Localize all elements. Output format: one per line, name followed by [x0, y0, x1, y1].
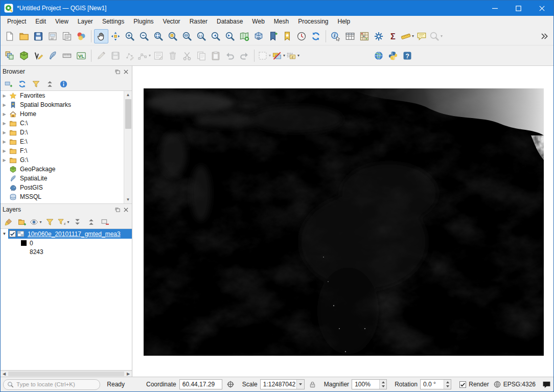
scroll-up-icon[interactable]: ▲: [124, 91, 132, 99]
magnifier-spinbox[interactable]: 100%: [352, 379, 387, 389]
menu-raster[interactable]: Raster: [185, 16, 212, 27]
browser-item-geopackage[interactable]: GeoPackage: [1, 165, 132, 174]
dropdown-caret[interactable]: ▾: [149, 53, 151, 58]
toolbar-overflow-button[interactable]: [537, 29, 551, 43]
new-project-button[interactable]: [3, 29, 17, 43]
save-project-button[interactable]: [31, 29, 45, 43]
scroll-right-icon[interactable]: ▶: [125, 371, 132, 377]
measure-line-button[interactable]: ▾: [400, 29, 414, 43]
pan-map-to-selection-button[interactable]: [108, 29, 123, 43]
browser-close-button[interactable]: [122, 67, 130, 76]
browser-item-g[interactable]: ▶G:\: [1, 155, 132, 165]
menu-help[interactable]: Help: [333, 16, 355, 27]
layer-row[interactable]: ▼10n060e_20101117_gmted_mea3: [1, 229, 132, 239]
browser-item-spatialite[interactable]: SpatiaLite: [1, 174, 132, 183]
extents-toggle-icon[interactable]: [226, 380, 235, 388]
browser-item-e[interactable]: ▶E:\: [1, 137, 132, 146]
messages-icon[interactable]: [542, 380, 551, 389]
new-virtual-layer-button[interactable]: VL: [74, 49, 88, 63]
browser-item-home[interactable]: ▶Home: [1, 109, 132, 119]
new-shapefile-layer-button[interactable]: [31, 49, 45, 63]
browser-scrollbar[interactable]: ▲ ▼: [124, 91, 132, 203]
hscroll-thumb[interactable]: [8, 372, 124, 376]
zoom-to-selection-button[interactable]: [166, 29, 180, 43]
browser-item-c[interactable]: ▶C:\: [1, 119, 132, 128]
menu-project[interactable]: Project: [3, 16, 31, 27]
open-layer-styling-button[interactable]: [2, 216, 14, 227]
python-console-button[interactable]: [386, 49, 400, 63]
refresh-browser-button[interactable]: [16, 78, 28, 89]
style-manager-button[interactable]: [74, 29, 88, 43]
menu-processing[interactable]: Processing: [293, 16, 333, 27]
dropdown-caret[interactable]: ▾: [67, 220, 69, 224]
open-data-source-manager-button[interactable]: [3, 49, 17, 63]
new-geopackage-layer-button[interactable]: [17, 49, 31, 63]
browser-item-postgis[interactable]: PostGIS: [1, 183, 132, 192]
collapse-all-browser-button[interactable]: [43, 78, 56, 89]
map-canvas[interactable]: [132, 66, 553, 377]
collapse-all-layers-button[interactable]: [85, 216, 97, 227]
new-print-layout-button[interactable]: [45, 29, 60, 43]
dock-horizontal-scrollbar[interactable]: ◀ ▶: [1, 371, 132, 377]
zoom-in-button[interactable]: [123, 29, 137, 43]
layer-checkbox[interactable]: [9, 230, 16, 237]
dropdown-caret[interactable]: ▾: [39, 220, 41, 224]
show-spatial-bookmarks-button[interactable]: [280, 29, 294, 43]
menu-settings[interactable]: Settings: [98, 16, 129, 27]
render-checkbox[interactable]: [459, 381, 466, 388]
dropdown-caret[interactable]: ▾: [283, 53, 285, 58]
crs-globe-icon[interactable]: [493, 380, 501, 388]
new-3d-map-view-button[interactable]: 3D: [251, 29, 266, 43]
add-group-button[interactable]: [16, 216, 28, 227]
processing-toolbox-button[interactable]: [372, 29, 386, 43]
filter-browser-button[interactable]: [30, 78, 42, 89]
new-spatialite-layer-button[interactable]: [45, 49, 60, 63]
browser-float-button[interactable]: [113, 67, 122, 76]
identify-features-button[interactable]: i: [329, 29, 343, 43]
select-by-expression-button[interactable]: ε▾: [286, 49, 300, 63]
coordinate-input[interactable]: [179, 379, 222, 389]
rotation-spin-buttons[interactable]: [444, 380, 451, 389]
magnifier-spin-buttons[interactable]: [379, 380, 386, 389]
expand-arrow-icon[interactable]: ▶: [1, 94, 8, 98]
open-attribute-table-button[interactable]: [343, 29, 357, 43]
expand-arrow-icon[interactable]: ▶: [1, 130, 8, 135]
expand-all-button[interactable]: [71, 216, 83, 227]
layers-close-button[interactable]: [122, 205, 130, 214]
minimize-button[interactable]: [483, 1, 506, 16]
zoom-out-button[interactable]: [137, 29, 151, 43]
filter-legend-button[interactable]: [43, 216, 56, 227]
open-field-calculator-button[interactable]: [357, 29, 372, 43]
menu-web[interactable]: Web: [247, 16, 269, 27]
expand-arrow-icon[interactable]: ▶: [1, 158, 8, 163]
dropdown-caret[interactable]: ▾: [441, 34, 443, 38]
statistical-summary-button[interactable]: Σ: [386, 29, 400, 43]
rotation-spinbox[interactable]: 0.0 °: [420, 379, 451, 389]
crs-label[interactable]: EPSG:4326: [503, 381, 536, 388]
refresh-map-button[interactable]: [309, 29, 323, 43]
add-selected-layers-button[interactable]: [2, 78, 14, 89]
layers-float-button[interactable]: [113, 205, 122, 214]
expand-arrow-icon[interactable]: ▶: [1, 103, 8, 107]
menu-vector[interactable]: Vector: [158, 16, 185, 27]
deselect-features-from-all-layers-button[interactable]: ▾: [271, 49, 286, 63]
filter-by-expression-button[interactable]: ε▾: [57, 216, 70, 227]
expand-arrow-icon[interactable]: ▶: [1, 112, 8, 117]
browser-item-mssql[interactable]: MSSQL: [1, 192, 132, 201]
dropdown-caret[interactable]: ▾: [269, 53, 271, 58]
help-contents-button[interactable]: ?: [400, 49, 414, 63]
expand-arrow-icon[interactable]: ▶: [1, 149, 8, 153]
scroll-thumb[interactable]: [125, 99, 131, 129]
menu-database[interactable]: Database: [212, 16, 247, 27]
expand-arrow-icon[interactable]: ▼: [1, 232, 8, 236]
metasearch-button[interactable]: [372, 49, 386, 63]
new-temporary-scratch-layer-button[interactable]: [60, 49, 74, 63]
zoom-full-button[interactable]: [151, 29, 166, 43]
locate-input[interactable]: [16, 381, 93, 387]
layer-entry[interactable]: 10n060e_20101117_gmted_mea3: [8, 229, 132, 239]
scroll-down-icon[interactable]: ▼: [124, 196, 132, 203]
scroll-left-icon[interactable]: ◀: [1, 371, 8, 377]
open-project-button[interactable]: [17, 29, 31, 43]
pan-map-button[interactable]: [94, 29, 108, 43]
dropdown-caret[interactable]: ▾: [412, 34, 414, 38]
